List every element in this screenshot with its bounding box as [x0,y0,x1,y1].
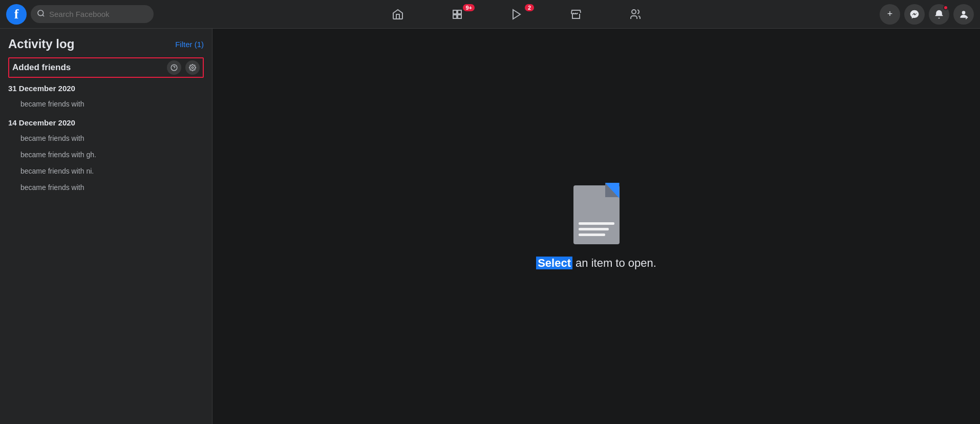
list-item[interactable]: became friends with [8,179,204,196]
section-icons [167,60,200,75]
section-header-added-friends: Added friends [8,57,204,78]
list-item[interactable]: became friends with [8,130,204,146]
rest-text: an item to open. [572,257,656,269]
select-word: Select [536,257,572,269]
doc-line-2 [579,228,609,230]
nav-center: 9+ 2 [154,2,880,27]
search-icon [37,9,45,19]
notification-dot [943,5,948,10]
watch-badge: 2 [525,4,534,11]
svg-marker-2 [513,10,520,19]
nav-home-button[interactable] [369,2,427,27]
list-item[interactable]: became friends with [8,96,204,112]
section-title: Added friends [12,62,167,73]
messenger-button[interactable] [904,4,925,25]
doc-line-3 [579,234,606,236]
date-label-1: 31 December 2020 [8,84,204,93]
main-layout: Activity log Filter (1) Added friends 31… [0,29,980,424]
notifications-button[interactable] [929,4,949,25]
sidebar-header: Activity log Filter (1) [8,37,204,51]
nav-marketplace-button[interactable] [547,2,605,27]
search-box[interactable] [31,5,154,23]
search-input[interactable] [49,10,147,18]
facebook-logo[interactable]: f [6,4,27,25]
list-item[interactable]: became friends with ni. [8,163,204,179]
svg-point-3 [632,10,636,14]
create-button[interactable]: + [880,4,900,25]
nav-right: + [880,4,974,25]
svg-line-1 [42,15,44,16]
account-menu-button[interactable] [953,4,974,25]
empty-state-text: Select an item to open. [536,257,656,270]
empty-state-icon [571,183,622,244]
main-content: Select an item to open. [212,29,980,424]
nav-watch-button[interactable]: 2 [488,2,545,27]
doc-line-1 [579,222,614,225]
svg-point-7 [191,67,194,69]
sidebar: Activity log Filter (1) Added friends 31… [0,29,212,424]
nav-pages-button[interactable]: 9+ [429,2,486,27]
top-navigation: f 9+ 2 + [0,0,980,29]
svg-point-4 [962,11,966,14]
page-title: Activity log [8,37,74,51]
nav-groups-button[interactable] [607,2,664,27]
svg-point-0 [38,10,44,16]
settings-icon-button[interactable] [185,60,200,75]
date-label-2: 14 December 2020 [8,118,204,127]
filter-link[interactable]: Filter (1) [175,40,204,49]
help-icon-button[interactable] [167,60,181,75]
list-item[interactable]: became friends with gh. [8,146,204,163]
pages-badge: 9+ [463,4,475,11]
